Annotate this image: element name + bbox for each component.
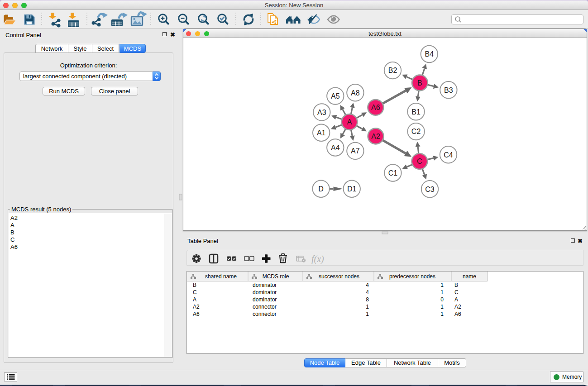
svg-text:B: B bbox=[454, 282, 458, 288]
svg-text:dominator: dominator bbox=[253, 289, 277, 295]
svg-text:4: 4 bbox=[366, 282, 369, 288]
svg-text:C: C bbox=[193, 289, 197, 295]
svg-text:A7: A7 bbox=[351, 147, 360, 155]
svg-text:D: D bbox=[318, 185, 324, 193]
svg-text:dominator: dominator bbox=[253, 296, 277, 303]
svg-text:1: 1 bbox=[366, 311, 369, 317]
svg-text:4: 4 bbox=[366, 289, 369, 295]
svg-text:A: A bbox=[454, 296, 458, 303]
svg-text:f(x): f(x) bbox=[311, 254, 324, 264]
svg-text:A: A bbox=[347, 118, 352, 126]
svg-text:A6: A6 bbox=[454, 311, 461, 317]
svg-text:B2: B2 bbox=[388, 67, 397, 74]
svg-text:connector: connector bbox=[253, 311, 277, 317]
svg-text:0: 0 bbox=[440, 296, 444, 303]
svg-text:MCDS role: MCDS role bbox=[263, 273, 289, 280]
svg-text:1: 1 bbox=[440, 304, 444, 310]
svg-text:1: 1 bbox=[440, 311, 444, 317]
svg-text:A6: A6 bbox=[371, 104, 380, 111]
svg-text:C: C bbox=[417, 157, 422, 165]
svg-text:A8: A8 bbox=[351, 89, 360, 97]
svg-text:D1: D1 bbox=[347, 185, 357, 193]
svg-text:B1: B1 bbox=[411, 108, 421, 116]
svg-text:B4: B4 bbox=[425, 50, 434, 58]
svg-text:A2: A2 bbox=[193, 304, 200, 310]
svg-text:A2: A2 bbox=[371, 133, 380, 140]
svg-text:B: B bbox=[193, 282, 196, 288]
svg-text:B: B bbox=[417, 79, 422, 87]
svg-text:1: 1 bbox=[440, 289, 444, 295]
svg-text:1: 1 bbox=[366, 304, 369, 310]
svg-text:C: C bbox=[454, 289, 459, 295]
svg-text:predecessor nodes: predecessor nodes bbox=[389, 273, 435, 280]
svg-text:A3: A3 bbox=[317, 109, 326, 116]
svg-text:A1: A1 bbox=[317, 129, 326, 137]
svg-text:connector: connector bbox=[253, 304, 277, 310]
svg-text:A: A bbox=[193, 296, 196, 303]
svg-text:C1: C1 bbox=[388, 169, 398, 177]
svg-text:successor nodes: successor nodes bbox=[319, 273, 359, 280]
svg-text:A4: A4 bbox=[331, 144, 340, 152]
svg-text:dominator: dominator bbox=[253, 282, 277, 288]
svg-text:name: name bbox=[463, 273, 476, 280]
svg-text:A6: A6 bbox=[193, 311, 200, 317]
svg-text:shared name: shared name bbox=[205, 273, 237, 280]
svg-text:C3: C3 bbox=[425, 186, 435, 193]
svg-text:C4: C4 bbox=[444, 151, 453, 159]
svg-text:A2: A2 bbox=[454, 304, 461, 310]
svg-text:A5: A5 bbox=[331, 92, 340, 100]
svg-text:1: 1 bbox=[440, 282, 444, 288]
svg-text:8: 8 bbox=[366, 296, 369, 303]
svg-text:B3: B3 bbox=[444, 86, 453, 94]
svg-text:C2: C2 bbox=[411, 128, 421, 135]
